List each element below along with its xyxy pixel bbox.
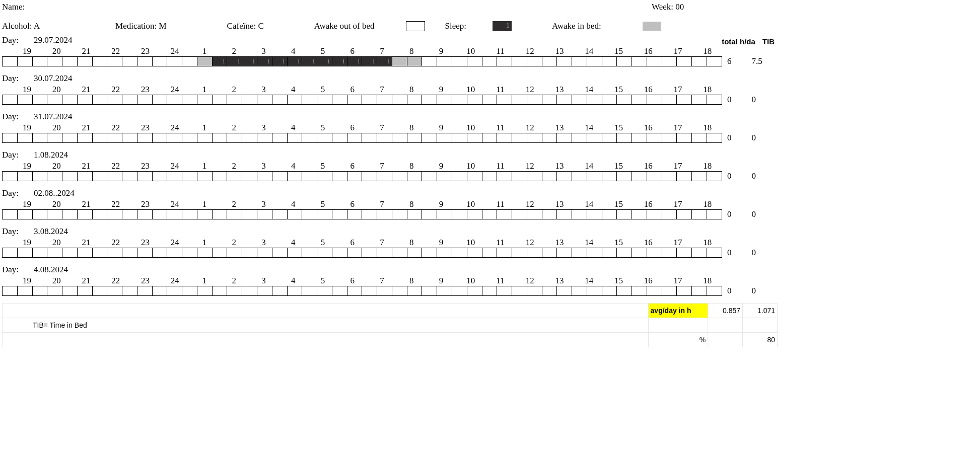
- half-hour-cell[interactable]: [662, 95, 677, 104]
- half-hour-cell[interactable]: [512, 172, 527, 181]
- half-hour-cell[interactable]: [557, 57, 572, 66]
- half-hour-cell[interactable]: [347, 95, 363, 104]
- half-hour-cell[interactable]: [288, 210, 303, 219]
- half-hour-cell[interactable]: [677, 248, 692, 257]
- half-hour-cell[interactable]: [542, 57, 557, 66]
- half-hour-cell[interactable]: [392, 57, 407, 66]
- half-hour-cell[interactable]: [107, 172, 122, 181]
- half-hour-cell[interactable]: [182, 133, 197, 142]
- half-hour-cell[interactable]: [213, 210, 228, 219]
- half-hour-cell[interactable]: [272, 210, 288, 219]
- half-hour-cell[interactable]: [33, 210, 48, 219]
- sleep-grid-row[interactable]: [2, 133, 722, 143]
- half-hour-cell[interactable]: [437, 95, 452, 104]
- half-hour-cell[interactable]: [332, 210, 347, 219]
- half-hour-cell[interactable]: [137, 172, 153, 181]
- half-hour-cell[interactable]: [302, 172, 317, 181]
- half-hour-cell[interactable]: [137, 248, 153, 257]
- half-hour-cell[interactable]: [407, 133, 423, 142]
- half-hour-cell[interactable]: [542, 133, 557, 142]
- half-hour-cell[interactable]: [317, 248, 332, 257]
- half-hour-cell[interactable]: [437, 210, 452, 219]
- half-hour-cell[interactable]: [362, 133, 377, 142]
- half-hour-cell[interactable]: [3, 210, 18, 219]
- half-hour-cell[interactable]: [437, 133, 452, 142]
- half-hour-cell[interactable]: [332, 248, 347, 257]
- half-hour-cell[interactable]: [153, 172, 168, 181]
- half-hour-cell[interactable]: [572, 248, 587, 257]
- half-hour-cell[interactable]: [47, 248, 62, 257]
- half-hour-cell[interactable]: [213, 133, 228, 142]
- half-hour-cell[interactable]: [527, 172, 542, 181]
- half-hour-cell[interactable]: [257, 172, 272, 181]
- half-hour-cell[interactable]: [197, 248, 213, 257]
- half-hour-cell[interactable]: [482, 133, 498, 142]
- half-hour-cell[interactable]: [197, 210, 213, 219]
- half-hour-cell[interactable]: [377, 210, 392, 219]
- half-hour-cell[interactable]: [197, 95, 213, 104]
- half-hour-cell[interactable]: [332, 286, 347, 295]
- half-hour-cell[interactable]: [692, 133, 707, 142]
- half-hour-cell[interactable]: [557, 248, 572, 257]
- half-hour-cell[interactable]: [452, 172, 467, 181]
- half-hour-cell[interactable]: [362, 95, 377, 104]
- half-hour-cell[interactable]: [122, 95, 137, 104]
- half-hour-cell[interactable]: [288, 95, 303, 104]
- half-hour-cell[interactable]: [182, 57, 197, 66]
- half-hour-cell[interactable]: [317, 172, 332, 181]
- half-hour-cell[interactable]: [362, 286, 377, 295]
- half-hour-cell[interactable]: [257, 210, 272, 219]
- half-hour-cell[interactable]: [213, 57, 228, 66]
- sleep-grid-row[interactable]: [2, 286, 722, 296]
- half-hour-cell[interactable]: [33, 248, 48, 257]
- half-hour-cell[interactable]: [62, 286, 78, 295]
- half-hour-cell[interactable]: [18, 172, 33, 181]
- half-hour-cell[interactable]: [288, 286, 303, 295]
- half-hour-cell[interactable]: [78, 172, 93, 181]
- half-hour-cell[interactable]: [467, 172, 482, 181]
- half-hour-cell[interactable]: [182, 286, 197, 295]
- half-hour-cell[interactable]: [452, 95, 467, 104]
- half-hour-cell[interactable]: [407, 248, 423, 257]
- half-hour-cell[interactable]: [347, 133, 363, 142]
- half-hour-cell[interactable]: [33, 95, 48, 104]
- half-hour-cell[interactable]: [47, 286, 62, 295]
- half-hour-cell[interactable]: [153, 248, 168, 257]
- half-hour-cell[interactable]: [107, 133, 122, 142]
- half-hour-cell[interactable]: [18, 57, 33, 66]
- half-hour-cell[interactable]: [197, 286, 213, 295]
- half-hour-cell[interactable]: [527, 210, 542, 219]
- half-hour-cell[interactable]: [437, 248, 452, 257]
- half-hour-cell[interactable]: [257, 57, 272, 66]
- half-hour-cell[interactable]: [467, 210, 482, 219]
- half-hour-cell[interactable]: [197, 133, 213, 142]
- half-hour-cell[interactable]: [242, 172, 257, 181]
- half-hour-cell[interactable]: [153, 57, 168, 66]
- half-hour-cell[interactable]: [3, 172, 18, 181]
- half-hour-cell[interactable]: [677, 172, 692, 181]
- half-hour-cell[interactable]: [3, 248, 18, 257]
- half-hour-cell[interactable]: [242, 248, 257, 257]
- half-hour-cell[interactable]: [62, 133, 78, 142]
- half-hour-cell[interactable]: [93, 286, 108, 295]
- half-hour-cell[interactable]: [272, 172, 288, 181]
- half-hour-cell[interactable]: [407, 95, 423, 104]
- half-hour-cell[interactable]: [497, 248, 512, 257]
- half-hour-cell[interactable]: [662, 286, 677, 295]
- half-hour-cell[interactable]: [122, 248, 137, 257]
- half-hour-cell[interactable]: [707, 133, 722, 142]
- half-hour-cell[interactable]: [647, 286, 662, 295]
- half-hour-cell[interactable]: [302, 57, 317, 66]
- half-hour-cell[interactable]: [437, 172, 452, 181]
- half-hour-cell[interactable]: [213, 248, 228, 257]
- half-hour-cell[interactable]: [3, 95, 18, 104]
- half-hour-cell[interactable]: [213, 172, 228, 181]
- half-hour-cell[interactable]: [692, 95, 707, 104]
- half-hour-cell[interactable]: [422, 248, 437, 257]
- half-hour-cell[interactable]: [662, 248, 677, 257]
- half-hour-cell[interactable]: [677, 210, 692, 219]
- half-hour-cell[interactable]: [497, 286, 512, 295]
- half-hour-cell[interactable]: [107, 286, 122, 295]
- half-hour-cell[interactable]: [572, 57, 587, 66]
- half-hour-cell[interactable]: [587, 172, 602, 181]
